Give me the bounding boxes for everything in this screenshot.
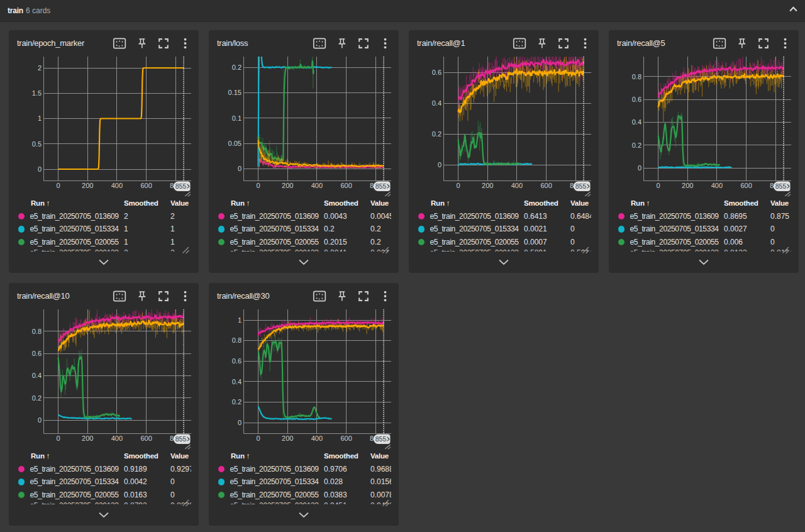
svg-text:200: 200 (482, 182, 493, 189)
svg-text:600: 600 (140, 435, 152, 442)
svg-text:0.4: 0.4 (232, 378, 242, 385)
svg-text:0.8: 0.8 (32, 328, 42, 335)
svg-text:1: 1 (238, 316, 242, 324)
svg-text:0: 0 (38, 165, 42, 173)
svg-text:0.1: 0.1 (232, 114, 242, 122)
svg-text:0.2: 0.2 (232, 398, 242, 406)
svg-text:400: 400 (311, 435, 323, 442)
svg-text:1.5: 1.5 (32, 89, 42, 97)
svg-text:0.5: 0.5 (32, 140, 42, 148)
svg-text:0: 0 (638, 164, 641, 172)
svg-text:0.6: 0.6 (632, 96, 641, 103)
svg-text:1: 1 (38, 114, 42, 122)
svg-text:600: 600 (540, 182, 552, 189)
svg-text:600: 600 (740, 182, 752, 189)
svg-text:855: 855 (375, 435, 387, 443)
svg-text:0.2: 0.2 (432, 130, 441, 138)
svg-text:0.05: 0.05 (228, 140, 242, 147)
svg-text:0.6: 0.6 (432, 69, 441, 76)
svg-text:0.6: 0.6 (232, 357, 242, 365)
svg-text:200: 200 (82, 182, 93, 189)
svg-text:200: 200 (82, 435, 93, 442)
svg-text:200: 200 (682, 182, 693, 189)
svg-text:0: 0 (238, 419, 242, 426)
svg-text:600: 600 (340, 182, 352, 189)
svg-text:0.2: 0.2 (32, 394, 42, 402)
svg-text:200: 200 (282, 435, 293, 442)
svg-text:855: 855 (775, 182, 787, 190)
svg-text:0: 0 (56, 182, 60, 189)
svg-text:0.4: 0.4 (32, 372, 42, 379)
svg-text:855: 855 (175, 182, 187, 190)
svg-text:0: 0 (56, 435, 60, 442)
svg-text:600: 600 (340, 435, 352, 442)
svg-text:855: 855 (575, 182, 587, 190)
svg-text:0.4: 0.4 (632, 118, 641, 126)
svg-text:0: 0 (38, 416, 42, 424)
svg-text:600: 600 (140, 182, 152, 189)
svg-text:400: 400 (111, 435, 123, 442)
svg-text:400: 400 (511, 182, 523, 189)
svg-text:0.8: 0.8 (232, 336, 242, 344)
svg-text:0: 0 (438, 161, 441, 169)
svg-text:0.15: 0.15 (228, 89, 242, 96)
svg-text:0.2: 0.2 (232, 64, 242, 71)
svg-text:0: 0 (656, 182, 660, 189)
svg-text:0.4: 0.4 (432, 99, 441, 107)
svg-text:855: 855 (175, 435, 187, 443)
svg-text:0: 0 (256, 435, 260, 442)
svg-text:0.2: 0.2 (632, 141, 641, 149)
svg-text:400: 400 (111, 182, 123, 189)
svg-text:0: 0 (238, 165, 242, 172)
svg-text:0.6: 0.6 (32, 350, 42, 357)
svg-text:400: 400 (311, 182, 323, 189)
svg-text:400: 400 (711, 182, 723, 189)
svg-text:2: 2 (38, 64, 42, 72)
svg-text:0.8: 0.8 (632, 73, 641, 80)
svg-text:855: 855 (375, 182, 387, 190)
svg-text:0: 0 (456, 182, 460, 189)
svg-text:0: 0 (256, 182, 260, 189)
svg-text:200: 200 (282, 182, 293, 189)
